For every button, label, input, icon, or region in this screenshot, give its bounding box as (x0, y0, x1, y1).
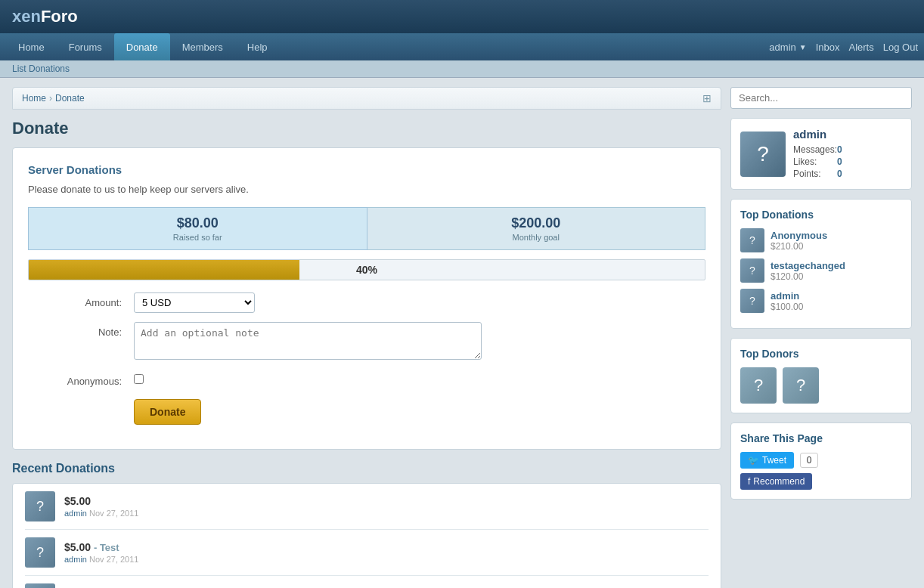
goal-stat: $200.00 Monthly goal (367, 207, 706, 250)
nav-user[interactable]: admin ▼ (769, 42, 806, 53)
progress-label: 40% (29, 264, 705, 276)
anonymous-field (134, 371, 705, 386)
avatar: ? (25, 583, 55, 588)
search-input[interactable] (730, 87, 912, 109)
nav-right: admin ▼ Inbox Alerts Log Out (769, 33, 918, 60)
panel-description: Please donate to us to help keep our ser… (28, 184, 705, 195)
donor-username[interactable]: admin (64, 555, 87, 564)
amount-select[interactable]: 1 USD 5 USD 10 USD 20 USD 50 USD 100 USD (134, 292, 255, 313)
nav-inbox[interactable]: Inbox (816, 42, 840, 53)
list-donations-link[interactable]: List Donations (12, 63, 70, 74)
top-donation-info: testagechanged $120.00 (771, 260, 845, 282)
recent-donations-title: Recent Donations (12, 462, 721, 475)
likes-stat-row: Likes: 0 (793, 156, 842, 168)
donation-info: $5.00 - Test admin Nov 27, 2011 (64, 541, 709, 564)
donation-meta: admin Nov 27, 2011 (64, 509, 709, 518)
sidebar-search (730, 87, 912, 118)
breadcrumb-current: Donate (55, 93, 85, 104)
note-textarea[interactable] (134, 322, 482, 360)
donate-label-spacer (58, 396, 134, 401)
messages-value: 0 (837, 144, 842, 155)
recent-donations-panel: ? $5.00 admin Nov 27, 2011 ? (12, 483, 721, 588)
goal-amount: $200.00 (383, 215, 690, 231)
main-content: Home › Donate ⊞ Donate Server Donations … (12, 87, 721, 588)
recommend-row: f Recommend (740, 469, 902, 490)
recommend-button[interactable]: f Recommend (740, 473, 812, 490)
content-wrapper: Home › Donate ⊞ Donate Server Donations … (0, 78, 924, 588)
points-stat-row: Points: 0 (793, 168, 842, 180)
anonymous-label: Anonymous: (58, 371, 134, 387)
donor-username[interactable]: admin (64, 509, 87, 518)
top-donations-section: Top Donations ? Anonymous $210.00 ? test… (730, 199, 912, 329)
avatar: ? (740, 367, 777, 404)
anonymous-checkbox[interactable] (134, 374, 144, 384)
note-row: Note: (58, 322, 705, 362)
tweet-row: 🐦 Tweet 0 (740, 452, 902, 469)
expand-icon[interactable]: ⊞ (702, 92, 712, 104)
nav-home[interactable]: Home (6, 33, 57, 60)
donate-button[interactable]: Donate (134, 399, 201, 425)
nav-forums[interactable]: Forums (57, 33, 114, 60)
breadcrumb: Home › Donate ⊞ (12, 87, 721, 110)
chevron-down-icon: ▼ (799, 43, 807, 51)
donor-name[interactable]: testagechanged (771, 260, 845, 271)
donor-name[interactable]: admin (771, 290, 803, 302)
panel-title: Server Donations (28, 163, 705, 176)
user-stats: Messages: 0 Likes: 0 Points: 0 (793, 144, 842, 180)
donation-form: Amount: 1 USD 5 USD 10 USD 20 USD 50 USD… (28, 292, 705, 425)
page-title: Donate (12, 119, 721, 138)
tweet-count: 0 (800, 453, 819, 468)
top-donation-info: admin $100.00 (771, 290, 803, 312)
avatar: ? (25, 491, 55, 521)
donor-amount: $120.00 (771, 271, 845, 282)
amount-field: 1 USD 5 USD 10 USD 20 USD 50 USD 100 USD (134, 292, 705, 313)
logo-foro: Foro (41, 7, 78, 26)
avatar: ? (783, 367, 819, 404)
tweet-label: Tweet (762, 455, 786, 466)
top-donation-info: Anonymous $210.00 (771, 230, 827, 252)
likes-label: Likes: (793, 156, 817, 167)
donation-panel: Server Donations Please donate to us to … (12, 147, 721, 450)
avatar: ? (740, 258, 764, 283)
donate-button-row: Donate (58, 396, 705, 425)
nav-members[interactable]: Members (170, 33, 235, 60)
nav-donate[interactable]: Donate (114, 33, 170, 60)
avatar: ? (740, 228, 764, 252)
avatar: ? (740, 132, 786, 177)
list-item: ? $5.00 - Test admin Nov 27, 2011 (25, 530, 709, 576)
list-item: ? $50.00 admin Nov 27, 2011 (25, 576, 709, 588)
admin-username: admin (769, 42, 795, 53)
subnav-bar: List Donations (0, 60, 924, 78)
donation-date-val: Nov 27, 2011 (89, 555, 138, 564)
facebook-icon: f (748, 476, 750, 487)
twitter-icon: 🐦 (748, 455, 759, 466)
sidebar-username[interactable]: admin (793, 128, 842, 141)
header: xenForo (0, 0, 924, 33)
sidebar: ? admin Messages: 0 Likes: 0 Points: 0 (730, 87, 912, 588)
site-logo[interactable]: xenForo (12, 7, 78, 26)
user-card: ? admin Messages: 0 Likes: 0 Points: 0 (730, 118, 912, 190)
top-donors-row: ? ? (740, 367, 902, 404)
nav-logout[interactable]: Log Out (883, 42, 918, 53)
top-donors-section: Top Donors ? ? (730, 338, 912, 413)
breadcrumb-home[interactable]: Home (22, 93, 46, 104)
messages-stat-row: Messages: 0 (793, 144, 842, 156)
messages-label: Messages: (793, 144, 837, 155)
tweet-button[interactable]: 🐦 Tweet (740, 452, 794, 469)
nav-alerts[interactable]: Alerts (849, 42, 874, 53)
progress-bar-container: 40% (28, 259, 705, 280)
donation-amount: $5.00 - Test (64, 541, 709, 553)
amount-row: Amount: 1 USD 5 USD 10 USD 20 USD 50 USD… (58, 292, 705, 313)
donate-button-field: Donate (134, 396, 705, 425)
likes-value: 0 (837, 156, 842, 167)
share-title: Share This Page (740, 432, 902, 444)
donor-amount: $210.00 (771, 241, 827, 252)
points-label: Points: (793, 169, 821, 179)
top-donations-title: Top Donations (740, 209, 902, 221)
amount-label: Amount: (58, 292, 134, 308)
main-nav: Home Forums Donate Members Help admin ▼ … (0, 33, 924, 60)
top-donors-title: Top Donors (740, 348, 902, 360)
donor-name[interactable]: Anonymous (771, 230, 827, 241)
nav-help[interactable]: Help (235, 33, 280, 60)
anonymous-row: Anonymous: (58, 371, 705, 387)
